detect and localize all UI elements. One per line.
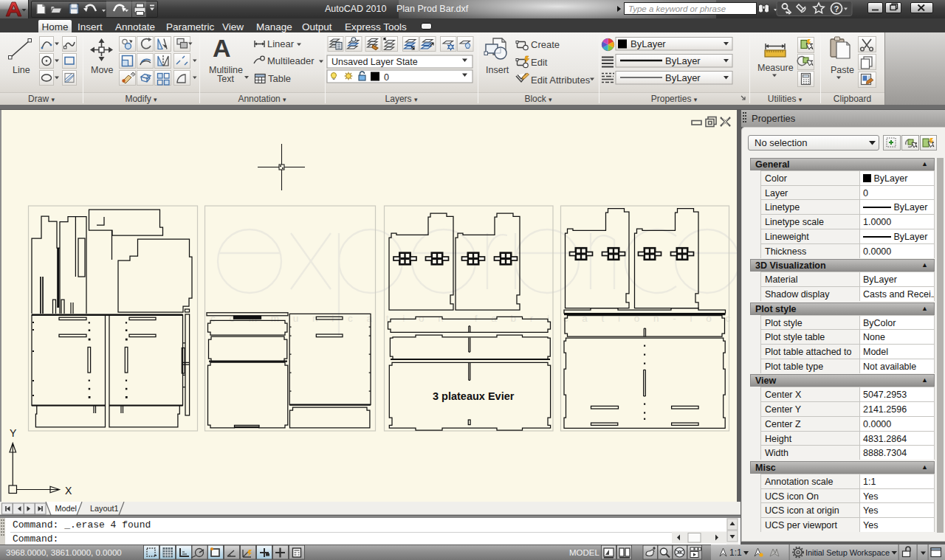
svg-text:Y: Y [10, 427, 17, 439]
svg-text:MODEL: MODEL [569, 548, 600, 557]
svg-text:?: ? [834, 4, 839, 13]
svg-text:Initial Setup Workspace: Initial Setup Workspace [805, 548, 890, 557]
svg-text:Text: Text [217, 74, 234, 84]
svg-text:X: X [65, 485, 72, 497]
svg-text:Layout1: Layout1 [90, 504, 118, 513]
svg-text:Multileader: Multileader [267, 55, 315, 66]
svg-text:Edit Attributes: Edit Attributes [531, 75, 591, 86]
svg-text:Model: Model [55, 504, 77, 513]
svg-text:ByLayer: ByLayer [630, 38, 666, 49]
svg-text:Create: Create [531, 39, 560, 50]
svg-text:Move: Move [91, 65, 114, 75]
svg-text:ByLayer: ByLayer [665, 72, 701, 83]
svg-text:Unsaved Layer State: Unsaved Layer State [331, 57, 418, 67]
svg-text:Edit: Edit [531, 57, 548, 68]
svg-text:ByLayer: ByLayer [665, 55, 701, 66]
svg-text:3 plateaux Evier: 3 plateaux Evier [433, 390, 515, 402]
svg-text:Measure: Measure [757, 63, 794, 73]
svg-text:0: 0 [384, 72, 389, 83]
svg-text:Paste: Paste [831, 65, 854, 75]
svg-text:Linear: Linear [267, 38, 295, 49]
svg-text:A: A [213, 34, 231, 62]
svg-text:Insert: Insert [486, 65, 509, 75]
svg-text:1:1: 1:1 [729, 547, 742, 558]
svg-text:Table: Table [268, 73, 291, 84]
svg-text:Line: Line [13, 65, 30, 75]
